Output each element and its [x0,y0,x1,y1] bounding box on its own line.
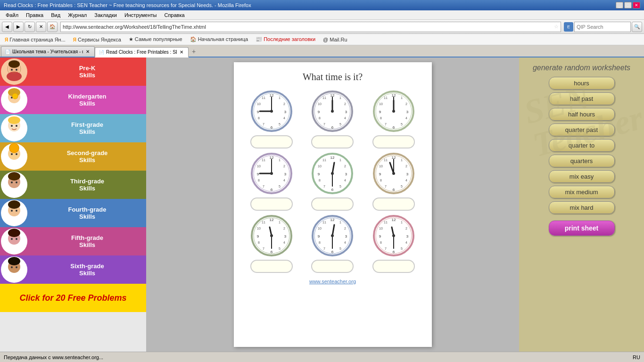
skill-fifth[interactable]: Fifth-gradeSkills [0,227,146,255]
svg-text:10: 10 [257,227,261,230]
search-input[interactable] [574,22,631,32]
svg-text:5: 5 [340,247,342,250]
answer-box-3[interactable] [372,135,415,148]
answer-box-7[interactable] [250,260,293,273]
btn-half-past[interactable]: half past [549,92,615,105]
svg-text:11: 11 [262,96,265,99]
status-text: Передача данных с www.senteacher.org... [4,354,103,360]
skill-sixth[interactable]: Sixth-gradeSkills [0,255,146,284]
skill-kinder[interactable]: KindergartenSkills [0,86,146,114]
menu-bookmarks[interactable]: Закладки [91,12,121,18]
btn-mix-easy[interactable]: mix easy [549,170,615,183]
skill-fourth[interactable]: Fourth-gradeSkills [0,199,146,227]
bookmark-headlines[interactable]: 📰 Последние заголовки [253,35,318,43]
svg-point-30 [16,238,17,240]
answer-box-4[interactable] [250,197,293,211]
menu-view[interactable]: Вид [47,12,64,18]
answer-box-9[interactable] [372,260,415,273]
svg-point-32 [8,257,20,265]
svg-text:3: 3 [284,110,287,114]
answer-box-1[interactable] [250,135,293,148]
btn-quarters[interactable]: quarters [549,155,615,167]
address-bar[interactable]: http://www.senteacher.org/Worksheet/18/T… [60,22,561,32]
close-button[interactable]: ✕ [633,2,640,8]
svg-point-28 [8,229,20,237]
skill-second[interactable]: Second-gradeSkills [0,142,146,171]
click-banner-text: Click for 20 Free Problems [19,293,126,303]
tab-readclocks[interactable]: 📄 Read Clocks : Free Printables : SE... … [95,47,189,58]
svg-text:8: 8 [380,116,382,120]
skill-third[interactable]: Third-gradeSkills [0,171,146,199]
menu-journal[interactable]: Журнал [64,12,91,18]
menu-tools[interactable]: Инструменты [121,12,161,18]
bookmark-yandex-home[interactable]: Я Главная страница Ян... [2,36,68,43]
answer-box-5[interactable] [311,197,354,211]
reload-button[interactable]: ↻ [25,22,35,32]
btn-mix-hard[interactable]: mix hard [549,201,615,214]
fifth-label: Fifth-gradeSkills [28,232,146,250]
svg-text:3: 3 [345,172,347,176]
svg-point-3 [8,60,20,68]
svg-text:7: 7 [385,185,387,188]
star-icon[interactable]: ☆ [554,24,559,30]
menu-file[interactable]: Файл [2,12,22,18]
svg-text:9: 9 [379,110,381,114]
svg-point-14 [16,125,17,127]
third-label: Third-gradeSkills [28,176,146,194]
menu-edit[interactable]: Правка [22,12,47,18]
btn-quarter-to[interactable]: quarter to [549,139,615,152]
maximize-button[interactable]: □ [624,2,632,8]
svg-point-26 [16,210,17,212]
svg-text:9: 9 [318,234,320,239]
bookmarks-bar: Я Главная страница Ян... Я Сервисы Яндек… [0,34,644,45]
worksheet: What time is it? 12 3 6 9 1 2 4 [234,62,432,347]
skill-prek[interactable]: Pre-KSkills [0,58,146,86]
svg-text:3: 3 [284,234,287,239]
btn-hours[interactable]: hours [549,77,615,90]
bookmark-home-page[interactable]: 🏠 Начальная страница [187,35,251,43]
svg-text:2: 2 [405,102,407,106]
svg-text:6: 6 [393,250,395,254]
print-button[interactable]: print sheet [549,221,615,236]
answer-box-6[interactable] [372,197,415,211]
svg-point-4 [11,69,13,71]
minimize-button[interactable]: _ [616,2,623,8]
tab-school[interactable]: 📄 Школьная тема - Учительская - ф... ✕ [1,46,95,57]
svg-text:1: 1 [401,96,403,99]
menu-help[interactable]: Справка [160,12,188,18]
home-button[interactable]: 🏠 [47,22,58,32]
svg-text:11: 11 [323,96,327,99]
svg-text:1: 1 [279,96,281,99]
svg-text:8: 8 [319,241,321,244]
page-wrapper: Pre-KSkills KindergartenSkills [0,58,644,352]
btn-quarter-past[interactable]: quarter past [549,123,615,136]
tab-readclocks-close[interactable]: ✕ [179,49,184,55]
clock-row-2: 12 3 6 9 1 2 4 5 7 8 10 11 [243,152,422,211]
bookmark-mailru[interactable]: @ Mail.Ru [320,36,350,43]
clock-cell-9: 12 3 6 9 1 2 4 5 7 8 10 11 [365,214,422,273]
answer-box-2[interactable] [311,135,354,148]
bookmark-yandex-services[interactable]: Я Сервисы Яндекса [70,36,124,43]
svg-text:8: 8 [380,241,382,244]
svg-text:12: 12 [270,218,274,222]
new-tab-button[interactable]: + [189,46,199,57]
stop-button[interactable]: ✕ [36,22,46,32]
svg-text:7: 7 [324,247,326,250]
search-button[interactable]: 🔍 [632,22,642,32]
svg-text:7: 7 [385,123,387,126]
bookmark-popular[interactable]: ★ Самые популярные [126,35,185,43]
btn-mix-medium[interactable]: mix medium [549,186,615,198]
svg-text:11: 11 [384,221,388,224]
tab-school-label: Школьная тема - Учительская - ф... [12,49,83,54]
svg-point-20 [8,172,20,181]
click-banner[interactable]: Click for 20 Free Problems [0,284,146,312]
left-sidebar: Pre-KSkills KindergartenSkills [0,58,146,352]
back-button[interactable]: ◀ [2,22,12,32]
forward-button[interactable]: ▶ [13,22,24,32]
clock-cell-3: 12 3 6 9 1 2 4 5 7 8 10 11 [365,90,422,148]
skill-first[interactable]: First-gradeSkills [0,114,146,142]
answer-box-8[interactable] [311,260,354,273]
tab-school-close[interactable]: ✕ [85,49,91,54]
svg-point-153 [270,234,273,237]
btn-half-hours[interactable]: half hours [549,108,615,121]
